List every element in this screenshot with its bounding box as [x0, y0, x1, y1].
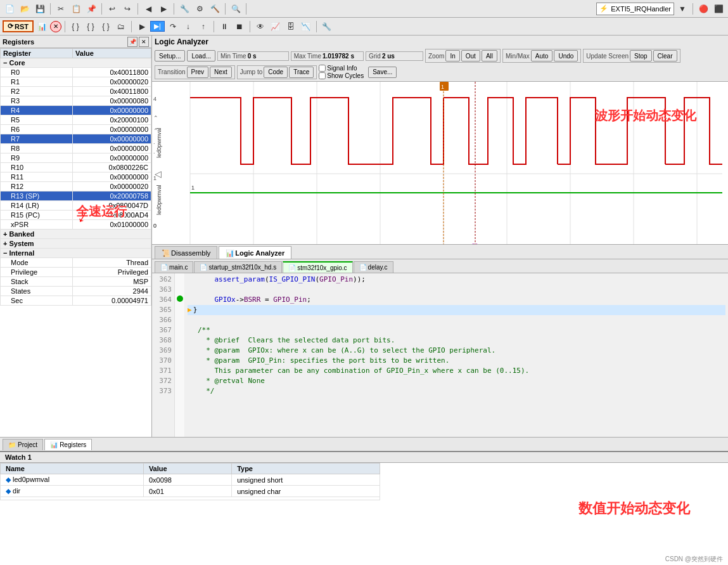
watch-enter-expr[interactable]	[1, 497, 380, 500]
show-cycles-check[interactable]: Show Cycles	[319, 72, 364, 79]
step-btn1[interactable]: { }	[68, 20, 82, 34]
step-btn3[interactable]: { }	[99, 20, 113, 34]
breakpoint-indicator[interactable]	[175, 294, 184, 304]
breakpoint-indicator[interactable]	[175, 324, 184, 334]
stop-debug-btn[interactable]: ✕	[50, 21, 61, 32]
run-btn[interactable]: ▶	[135, 20, 149, 34]
undo-btn[interactable]: ↩	[105, 2, 119, 16]
panel-close-btn[interactable]: ✕	[139, 37, 149, 47]
settings-btn[interactable]: 🔧	[320, 20, 334, 34]
step-into-btn[interactable]: ↓	[181, 20, 195, 34]
la-clear-btn[interactable]: Clear	[653, 50, 677, 62]
debug2-btn[interactable]: ⬛	[712, 2, 725, 16]
breakpoint-indicator[interactable]	[175, 385, 184, 395]
watch-enter-row[interactable]	[1, 497, 380, 500]
breakpoint-indicator[interactable]	[175, 334, 184, 344]
registers-tab[interactable]: 📊 Registers	[44, 439, 92, 450]
la-stop-btn[interactable]: Stop	[630, 50, 652, 62]
reg-row[interactable]: R13 (SP) 0x20000758	[1, 192, 151, 201]
breakall-btn[interactable]: ⏸	[217, 20, 231, 34]
build2-btn[interactable]: ⚙	[193, 2, 207, 16]
reg-row[interactable]: Privilege Privileged	[1, 268, 151, 277]
reg-row[interactable]: R9 0x00000000	[1, 153, 151, 163]
la-load-btn[interactable]: Load...	[187, 50, 215, 62]
forward-btn[interactable]: ▶	[156, 2, 170, 16]
save-btn[interactable]: 💾	[33, 2, 47, 16]
build-btn[interactable]: 🔧	[177, 2, 191, 16]
tab-gpio[interactable]: 📄 stm32f10x_gpio.c	[283, 261, 352, 273]
la-btn[interactable]: 📈	[269, 20, 283, 34]
redo-btn[interactable]: ↪	[120, 2, 134, 16]
breakpoint-indicator[interactable]	[175, 273, 184, 283]
reg-group-internal[interactable]: − Internal	[1, 249, 151, 258]
la-zoom-in-btn[interactable]: In	[445, 50, 459, 62]
signal-info-check[interactable]: Signal Info	[319, 65, 364, 72]
mem-btn[interactable]: 🗄	[284, 20, 298, 34]
breakpoint-indicator[interactable]	[175, 365, 184, 375]
breakpoint-indicator[interactable]	[175, 304, 184, 314]
paste-btn[interactable]: 📌	[84, 2, 98, 16]
tab-disassembly[interactable]: 📜 Disassembly	[155, 246, 217, 259]
watch-btn[interactable]: 👁	[253, 20, 267, 34]
perf-btn[interactable]: 📉	[299, 20, 313, 34]
la-next-btn[interactable]: Next	[210, 67, 232, 78]
reg-row[interactable]: Stack MSP	[1, 277, 151, 287]
la-auto-btn[interactable]: Auto	[531, 50, 553, 62]
la-undo-btn[interactable]: Undo	[554, 50, 578, 62]
reg-group-core[interactable]: − Core	[1, 58, 151, 68]
reg-row[interactable]: R1 0x00000020	[1, 77, 151, 87]
step-btn2[interactable]: { }	[84, 20, 98, 34]
step-over-btn[interactable]: ↷	[166, 20, 180, 34]
breakpoint-indicator[interactable]	[175, 344, 184, 354]
search-btn[interactable]: 🔍	[229, 2, 243, 16]
tab-main-c[interactable]: 📄 main.c	[155, 261, 193, 273]
reg-row[interactable]: Sec 0.00004971	[1, 296, 151, 306]
reg-row[interactable]: R4 0x00000000	[1, 106, 151, 115]
reg-row[interactable]: R3 0x00000080	[1, 96, 151, 106]
tab-logic-analyzer[interactable]: 📊 Logic Analyzer	[219, 246, 291, 259]
la-prev-btn[interactable]: Prev	[187, 67, 209, 78]
breakpoint-indicator[interactable]	[175, 375, 184, 385]
la-setup-btn[interactable]: Setup...	[155, 50, 185, 62]
reg-row[interactable]: R8 0x00000000	[1, 144, 151, 153]
reg-row[interactable]: R0 0x40011800	[1, 68, 151, 77]
debug-mem-btn[interactable]: 🗂	[114, 20, 128, 34]
breakpoint-indicator[interactable]	[175, 354, 184, 365]
project-tab[interactable]: 📁 Project	[3, 439, 43, 450]
funcname-dropdown[interactable]: ▼	[675, 2, 689, 16]
reg-row[interactable]: R14 (LR) 0x0800047D	[1, 201, 151, 211]
open-btn[interactable]: 📂	[18, 2, 32, 16]
debug-reg-btn[interactable]: 📊	[35, 20, 49, 34]
la-code-btn[interactable]: Code	[264, 67, 288, 78]
reg-group-system[interactable]: + System	[1, 239, 151, 249]
debug1-btn[interactable]: 🔴	[696, 2, 710, 16]
copy-btn[interactable]: 📋	[69, 2, 83, 16]
watch-table-container[interactable]: Name Value Type ◆ led0pwmval 0x0098 unsi…	[0, 463, 540, 554]
breakpoint-indicator[interactable]	[175, 314, 184, 324]
la-zoom-out-btn[interactable]: Out	[461, 50, 480, 62]
reg-row[interactable]: R6 0x00000000	[1, 125, 151, 134]
reg-row[interactable]: States 2944	[1, 287, 151, 296]
reg-row[interactable]: R11 0x00000000	[1, 172, 151, 182]
tab-startup[interactable]: 📄 startup_stm32f10x_hd.s	[194, 261, 282, 273]
new-file-btn[interactable]: 📄	[3, 2, 16, 16]
clearall-btn[interactable]: ⏹	[233, 20, 246, 34]
reg-group-banked[interactable]: + Banked	[1, 230, 151, 239]
la-trace-btn[interactable]: Trace	[289, 67, 314, 78]
reg-row[interactable]: R7 0x00000000	[1, 134, 151, 144]
breakpoint-gutter[interactable]	[175, 273, 185, 437]
reg-row[interactable]: R12 0x00000020	[1, 182, 151, 192]
tab-delay[interactable]: 📄 delay.c	[354, 261, 393, 273]
reg-row[interactable]: Mode Thread	[1, 258, 151, 268]
reg-row[interactable]: R15 (PC) 0x08000AD4	[1, 211, 151, 220]
code-content-area[interactable]: assert_param(IS_GPIO_PIN(GPIO_Pin)); GPI…	[185, 273, 728, 437]
reg-row[interactable]: xPSR 0x01000000	[1, 220, 151, 230]
cut-btn[interactable]: ✂	[54, 2, 68, 16]
la-zoom-all-btn[interactable]: All	[482, 50, 497, 62]
build3-btn[interactable]: 🔨	[208, 2, 222, 16]
rst-btn[interactable]: ⟳ RST	[3, 20, 34, 32]
back-btn[interactable]: ◀	[141, 2, 155, 16]
reg-row[interactable]: R5 0x20000100	[1, 115, 151, 125]
show-cycles-checkbox[interactable]	[319, 72, 326, 79]
run-to-cursor-btn[interactable]: ▶|	[150, 21, 165, 32]
